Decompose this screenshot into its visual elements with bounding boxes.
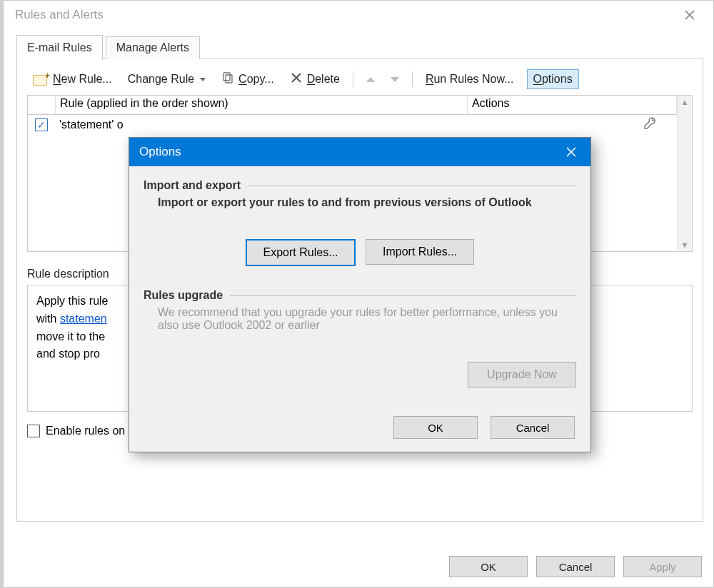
close-icon[interactable]	[552, 138, 590, 166]
run-rules-now-button[interactable]: Run Rules Now...	[423, 71, 517, 87]
options-dialog: Options Import and export Import or expo…	[129, 137, 591, 452]
triangle-up-icon	[366, 77, 375, 82]
change-rule-button[interactable]: Change Rule	[125, 71, 208, 87]
desc-link[interactable]: statemen	[60, 313, 107, 325]
import-export-desc: Import or export your rules to and from …	[158, 196, 576, 209]
options-footer: OK Cancel	[393, 416, 575, 439]
options-title: Options	[139, 145, 552, 159]
rule-name: 'statement' o	[55, 117, 453, 133]
delete-rule-button[interactable]: Delete	[287, 70, 343, 88]
column-actions[interactable]: Actions	[468, 96, 677, 114]
section-rules-upgrade: Rules upgrade	[144, 289, 576, 302]
copy-icon	[221, 71, 234, 87]
apply-button: Apply	[623, 556, 702, 577]
close-icon[interactable]	[673, 4, 706, 26]
column-rule[interactable]: Rule (applied in the order shown)	[56, 96, 468, 114]
rules-toolbar: New Rule... Change Rule Copy... Delete	[27, 68, 693, 95]
svg-rect-1	[226, 75, 232, 83]
options-titlebar[interactable]: Options	[129, 138, 590, 166]
tab-manage-alerts[interactable]: Manage Alerts	[106, 36, 200, 59]
chevron-down-icon	[200, 78, 206, 81]
delete-icon	[290, 71, 303, 87]
main-footer: OK Cancel Apply	[449, 556, 702, 577]
toolbar-separator	[412, 71, 413, 87]
rules-upgrade-desc: We recommend that you upgrade your rules…	[158, 306, 576, 332]
main-titlebar[interactable]: Rules and Alerts	[4, 1, 713, 29]
scroll-down-icon: ▼	[681, 238, 689, 251]
folder-add-icon	[33, 73, 49, 86]
options-button[interactable]: Options	[527, 69, 579, 89]
svg-rect-0	[223, 73, 230, 81]
move-down-button[interactable]	[388, 76, 402, 83]
options-cancel-button[interactable]: Cancel	[491, 416, 575, 439]
options-ok-button[interactable]: OK	[393, 416, 478, 439]
new-rule-button[interactable]: New Rule...	[30, 71, 115, 87]
section-import-export: Import and export	[144, 179, 576, 192]
rules-scrollbar[interactable]: ▲ ▼	[677, 96, 692, 251]
wrench-icon	[643, 116, 657, 133]
import-export-buttons: Export Rules... Import Rules...	[144, 239, 576, 266]
move-up-button[interactable]	[363, 76, 378, 83]
rss-checkbox[interactable]	[27, 425, 40, 437]
import-rules-button[interactable]: Import Rules...	[366, 239, 474, 265]
rules-header: Rule (applied in the order shown) Action…	[28, 96, 677, 115]
cancel-button[interactable]: Cancel	[536, 556, 615, 577]
rule-row[interactable]: ✓ 'statement' o	[28, 115, 677, 135]
main-title: Rules and Alerts	[15, 8, 673, 22]
tab-email-rules[interactable]: E-mail Rules	[16, 35, 103, 60]
column-checkbox[interactable]	[28, 96, 56, 114]
copy-rule-button[interactable]: Copy...	[218, 70, 277, 88]
triangle-down-icon	[391, 77, 399, 82]
tab-strip: E-mail Rules Manage Alerts	[4, 29, 713, 59]
rule-enabled-checkbox[interactable]: ✓	[35, 118, 48, 131]
export-rules-button[interactable]: Export Rules...	[246, 239, 356, 266]
scroll-up-icon: ▲	[681, 96, 689, 108]
ok-button[interactable]: OK	[449, 556, 528, 577]
toolbar-separator	[353, 71, 353, 87]
upgrade-now-button: Upgrade Now	[468, 362, 576, 387]
options-body: Import and export Import or export your …	[129, 166, 590, 387]
